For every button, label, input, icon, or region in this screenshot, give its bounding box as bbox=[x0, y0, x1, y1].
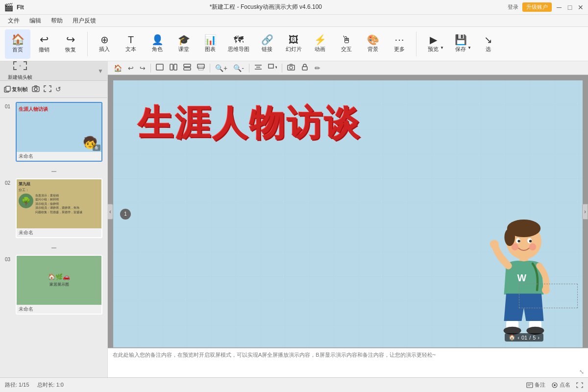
counter-next-icon[interactable]: › bbox=[538, 335, 539, 341]
counter-home-icon[interactable]: 🏠 bbox=[509, 334, 515, 341]
toolbar-text-button[interactable]: T 文本 bbox=[118, 29, 144, 59]
new-frame-button[interactable]: + 新建镜头帧 bbox=[4, 61, 36, 83]
home-label: 首页 bbox=[12, 46, 23, 53]
toolbar-select-button[interactable]: ↘ 选 bbox=[475, 29, 501, 59]
svg-rect-21 bbox=[302, 67, 307, 70]
canvas-main: ‹ › 生涯人物访谈 bbox=[108, 75, 588, 348]
canvas-redo-icon[interactable]: ↪ bbox=[138, 63, 147, 73]
toolbar-insert-button[interactable]: ⊕ 插入 bbox=[92, 29, 117, 59]
notes-textarea[interactable] bbox=[113, 351, 583, 371]
toolbar-mindmap-button[interactable]: 🗺 思维导图 bbox=[224, 29, 253, 59]
login-button[interactable]: 登录 bbox=[508, 3, 518, 11]
slide-title[interactable]: 生涯人物访谈 bbox=[138, 100, 361, 147]
frame-spacer-1 bbox=[5, 167, 102, 176]
canvas-align-icon[interactable] bbox=[252, 63, 264, 73]
canvas-zoomout-icon[interactable]: 🔍- bbox=[231, 63, 246, 73]
canvas-sep-2 bbox=[210, 64, 210, 73]
frame-thumb-3[interactable]: 🏠🌿🚗 家居展示图 未命名 bbox=[16, 255, 102, 315]
notes-expand-icon[interactable]: ⤡ bbox=[579, 368, 584, 375]
notes-toggle[interactable]: 备注 bbox=[526, 381, 545, 389]
minimize-button[interactable]: ─ bbox=[556, 4, 563, 11]
notes-area: ⤡ bbox=[108, 348, 588, 377]
frame-number-3: 03 bbox=[5, 255, 13, 262]
frame-thumb-1[interactable]: 生涯人物访谈 🧒 备 未命名 bbox=[16, 102, 102, 162]
mindmap-icon: 🗺 bbox=[234, 35, 244, 45]
svg-point-43 bbox=[554, 384, 556, 386]
sidebar-collapse-arrow: ▼ bbox=[98, 68, 103, 74]
frame-thumb-inner-3: 🏠🌿🚗 家居展示图 bbox=[17, 256, 101, 305]
canvas-edit-icon[interactable]: ✏ bbox=[313, 63, 322, 73]
canvas-frame3-icon[interactable] bbox=[181, 63, 193, 73]
canvas-stack-icon[interactable] bbox=[195, 63, 207, 73]
toolbar-classroom-button[interactable]: 🎓 课堂 bbox=[171, 29, 196, 59]
redo-label: 恢复 bbox=[65, 46, 76, 53]
canvas-frame-icon[interactable] bbox=[154, 63, 166, 73]
toolbar-separator-1 bbox=[87, 32, 88, 56]
toolbar-chart-button[interactable]: 📊 图表 bbox=[197, 29, 223, 59]
close-button[interactable]: ✕ bbox=[577, 4, 584, 11]
toolbar-slideshow-button[interactable]: 🖼 幻灯片 bbox=[281, 29, 306, 59]
menu-edit[interactable]: 编辑 bbox=[25, 16, 45, 26]
titlebar-controls: 登录 升级账户 ─ □ ✕ bbox=[508, 2, 584, 12]
toolbar-bg-button[interactable]: 🎨 背景 bbox=[360, 29, 386, 59]
svg-text:+: + bbox=[19, 64, 22, 68]
toolbar-role-button[interactable]: 👤 角色 bbox=[145, 29, 170, 59]
toolbar-save-button[interactable]: 💾 保存 ▼ bbox=[448, 29, 473, 59]
thumb3-content: 🏠🌿🚗 家居展示图 bbox=[46, 271, 72, 289]
svg-rect-10 bbox=[184, 64, 191, 67]
frame-item-1: 01 生涯人物访谈 🧒 备 未命名 bbox=[5, 102, 102, 162]
more-icon: ⋯ bbox=[394, 35, 404, 45]
select-icon: ↘ bbox=[484, 35, 492, 45]
toolbar-animation-button[interactable]: ⚡ 动画 bbox=[307, 29, 333, 59]
status-duration: 总时长: 1:0 bbox=[37, 381, 64, 389]
maximize-button[interactable]: □ bbox=[566, 4, 573, 11]
canvas-screenshot-icon[interactable] bbox=[285, 63, 297, 73]
svg-rect-6 bbox=[51, 247, 56, 248]
toolbar-interact-button[interactable]: 🖱 交互 bbox=[334, 29, 359, 59]
sidebar-toolbar: 复制帧 ↺ bbox=[0, 81, 107, 98]
frame-number-2: 02 bbox=[5, 178, 13, 186]
svg-point-28 bbox=[529, 240, 532, 242]
points-toggle[interactable]: 点名 bbox=[551, 381, 570, 389]
frame-thumb-2[interactable]: 第九组 分工： 🌳 负责演示：黄祖锦 提问小组：林邦明 演示组员：徐静明 演示组… bbox=[16, 178, 102, 238]
canvas-zoomin-icon[interactable]: 🔍+ bbox=[213, 63, 229, 73]
upgrade-button[interactable]: 升级账户 bbox=[522, 2, 552, 12]
canvas-area: 🏠 ↩ ↪ 🔍+ 🔍- ▼ bbox=[108, 61, 588, 377]
status-path: 路径: 1/15 bbox=[5, 381, 29, 389]
toolbar-preview-button[interactable]: ▶ 预览 ▼ bbox=[420, 29, 446, 59]
menu-feedback[interactable]: 用户反馈 bbox=[69, 16, 100, 26]
canvas-size-icon[interactable]: ▼ bbox=[266, 63, 279, 73]
toolbar-group-home: 🏠 首页 ↩ 撤销 ↪ 恢复 bbox=[5, 29, 83, 59]
fit-view-button[interactable] bbox=[44, 85, 51, 94]
toolbar-home-button[interactable]: 🏠 首页 bbox=[5, 29, 30, 59]
toolbar-more-button[interactable]: ⋯ 更多 bbox=[387, 29, 412, 59]
svg-point-27 bbox=[517, 240, 520, 242]
canvas-lock-icon[interactable] bbox=[299, 63, 311, 73]
screenshot-button[interactable] bbox=[32, 85, 40, 94]
frame-label-1: 未命名 bbox=[17, 152, 101, 161]
fullscreen-toggle[interactable] bbox=[576, 382, 583, 388]
sidebar-collapse-button[interactable]: ‹ bbox=[108, 204, 113, 220]
frame-label-3: 未命名 bbox=[17, 305, 101, 314]
copy-frame-button[interactable]: 复制帧 bbox=[4, 86, 28, 93]
svg-rect-7 bbox=[156, 64, 163, 70]
svg-rect-8 bbox=[170, 64, 173, 70]
toolbar-undo-button[interactable]: ↩ 撤销 bbox=[31, 29, 57, 59]
canvas-sep-4 bbox=[282, 64, 282, 73]
canvas-home-icon[interactable]: 🏠 bbox=[112, 63, 124, 73]
frame-spacer-2 bbox=[5, 243, 102, 253]
bg-icon: 🎨 bbox=[367, 35, 379, 45]
menu-help[interactable]: 帮助 bbox=[47, 16, 67, 26]
sidebar: + 新建镜头帧 ▼ 复制帧 ↺ 01 bbox=[0, 61, 108, 377]
statusbar-right: 备注 点名 bbox=[526, 381, 583, 389]
svg-point-30 bbox=[529, 244, 536, 250]
canvas-undo-icon[interactable]: ↩ bbox=[126, 63, 136, 73]
rotate-button[interactable]: ↺ bbox=[55, 85, 61, 93]
right-panel-expand-button[interactable]: › bbox=[582, 204, 588, 220]
counter-prev-icon[interactable]: ‹ bbox=[517, 335, 519, 341]
slide-canvas[interactable]: 生涯人物访谈 bbox=[113, 80, 583, 348]
canvas-frame2-icon[interactable] bbox=[168, 63, 179, 73]
menu-file[interactable]: 文件 bbox=[4, 16, 24, 26]
toolbar-redo-button[interactable]: ↪ 恢复 bbox=[58, 29, 83, 59]
toolbar-link-button[interactable]: 🔗 链接 bbox=[254, 29, 280, 59]
